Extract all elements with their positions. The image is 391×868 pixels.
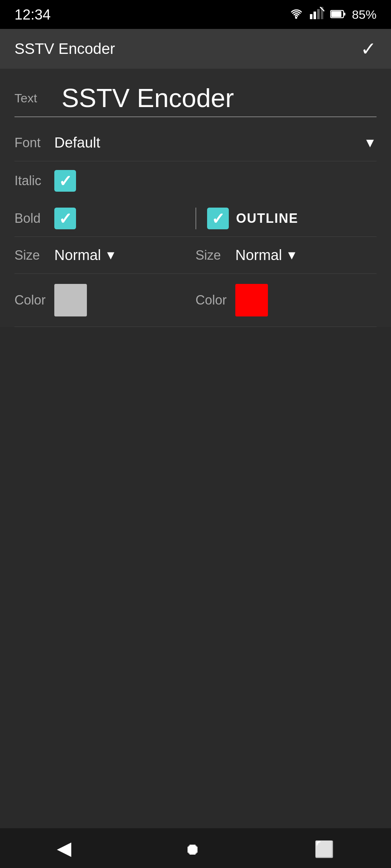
text-color-swatch[interactable]	[54, 284, 87, 316]
outline-check-icon: ✓	[211, 209, 225, 228]
text-color-label: Color	[14, 293, 54, 308]
bold-outline-row: Bold ✓ ✓ OUTLINE	[14, 200, 377, 237]
text-color-col: Color	[14, 284, 196, 316]
outline-size-col: Size Normal ▼	[196, 247, 377, 263]
outline-color-col: Color	[196, 284, 377, 316]
back-button[interactable]	[42, 834, 86, 863]
status-bar: 12:34 85%	[0, 0, 391, 29]
svg-rect-3	[317, 9, 320, 19]
color-row: Color Color	[14, 274, 377, 327]
outline-size-dropdown[interactable]: Normal ▼	[235, 247, 377, 263]
italic-check-icon: ✓	[59, 172, 72, 190]
text-size-col: Size Normal ▼	[14, 247, 196, 263]
svg-rect-7	[344, 13, 345, 16]
svg-point-0	[295, 17, 297, 19]
outline-size-value: Normal	[235, 247, 282, 263]
font-label: Font	[14, 135, 54, 150]
text-size-label: Size	[14, 248, 54, 263]
outline-color-label: Color	[196, 293, 235, 308]
battery-icon	[330, 8, 346, 22]
outline-size-arrow: ▼	[286, 248, 298, 262]
text-input[interactable]	[54, 83, 391, 113]
outline-section: ✓ OUTLINE	[196, 208, 377, 229]
italic-checkbox[interactable]: ✓	[54, 170, 76, 192]
svg-rect-8	[331, 11, 341, 17]
recent-button[interactable]	[300, 834, 349, 863]
text-size-value: Normal	[54, 247, 101, 263]
text-size-dropdown[interactable]: Normal ▼	[54, 247, 196, 263]
italic-label: Italic	[14, 173, 54, 188]
font-dropdown[interactable]: Default ▼	[54, 135, 377, 151]
bold-label: Bold	[14, 211, 54, 226]
svg-rect-1	[310, 14, 312, 19]
wifi-icon	[288, 7, 304, 22]
signal-icon	[310, 7, 324, 22]
font-value: Default	[54, 135, 363, 151]
font-dropdown-arrow: ▼	[363, 135, 377, 150]
text-label: Text	[14, 91, 54, 105]
home-button[interactable]	[170, 834, 215, 863]
font-row: Font Default ▼	[14, 124, 377, 161]
status-time: 12:34	[14, 7, 51, 23]
bold-section: Bold ✓	[14, 208, 196, 229]
app-bar: SSTV Encoder ✓	[0, 29, 391, 69]
battery-percent: 85%	[352, 8, 377, 22]
italic-row: Italic ✓	[14, 161, 377, 200]
text-size-arrow: ▼	[105, 248, 117, 262]
outline-checkbox[interactable]: ✓	[207, 208, 229, 229]
bold-checkbox[interactable]: ✓	[54, 208, 76, 229]
app-bar-title: SSTV Encoder	[14, 40, 115, 58]
outline-size-label: Size	[196, 248, 235, 263]
size-row: Size Normal ▼ Size Normal ▼	[14, 237, 377, 274]
confirm-button[interactable]: ✓	[361, 38, 377, 60]
content-area: Text ✕ Font Default ▼ Italic ✓ Bold ✓ ✓ …	[0, 69, 391, 327]
nav-bar	[0, 828, 391, 868]
bold-check-icon: ✓	[59, 209, 72, 228]
status-icons: 85%	[288, 7, 377, 22]
outline-label: OUTLINE	[236, 211, 298, 226]
svg-rect-2	[314, 12, 316, 19]
text-field-row: Text ✕	[14, 83, 377, 117]
outline-color-swatch[interactable]	[235, 284, 268, 316]
